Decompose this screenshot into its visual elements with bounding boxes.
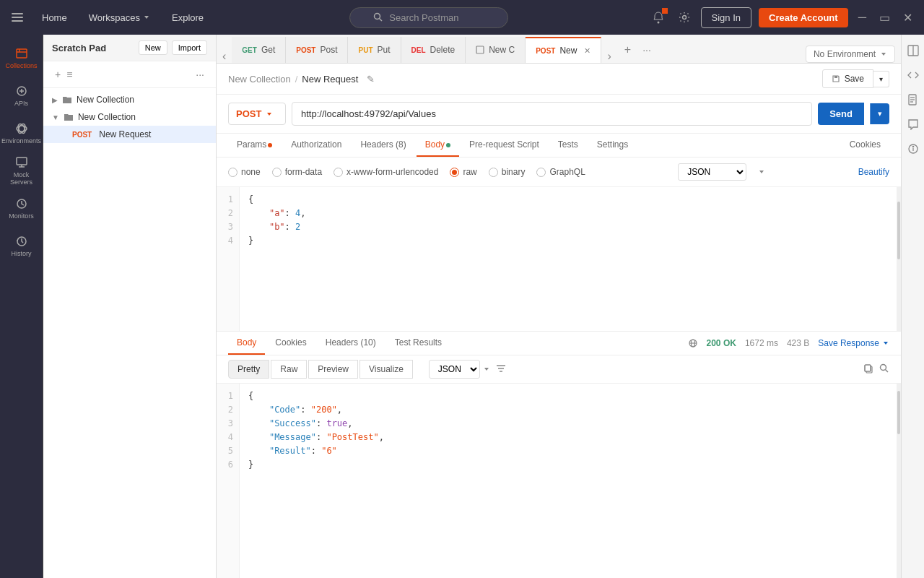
status-code: 200 OK [707, 338, 736, 348]
sign-in-button[interactable]: Sign In [701, 7, 751, 28]
collection-item-2[interactable]: ▼ New Collection [43, 108, 216, 126]
response-scroll-thumb[interactable] [897, 391, 900, 434]
request-scrollbar[interactable] [897, 187, 901, 331]
sidebar-item-history[interactable]: History [4, 228, 39, 263]
edit-request-name-button[interactable]: ✎ [362, 72, 379, 86]
svg-rect-1 [12, 17, 23, 18]
bell-icon[interactable] [649, 8, 668, 27]
radio-none[interactable]: none [228, 167, 261, 177]
resp-view-preview[interactable]: Preview [308, 360, 358, 379]
right-icon-comments[interactable] [903, 114, 923, 134]
breadcrumb-path: New Collection / New Request ✎ [228, 72, 379, 86]
request-scroll-thumb[interactable] [897, 202, 900, 259]
save-response-button[interactable]: Save Response [818, 338, 889, 348]
response-body-content[interactable]: 1 2 3 4 5 6 { "Code": "200", "Success": … [217, 384, 901, 578]
more-tabs-button[interactable]: ··· [638, 37, 655, 63]
nav-home[interactable]: Home [36, 9, 73, 26]
request-item-new-request[interactable]: POST New Request [43, 126, 216, 143]
req-tab-settings[interactable]: Settings [588, 134, 637, 157]
tab-close-icon[interactable]: ✕ [584, 46, 590, 56]
right-icon-docs[interactable] [903, 90, 923, 110]
maximize-button[interactable]: ▭ [876, 8, 893, 27]
import-button[interactable]: Import [172, 40, 207, 55]
environment-selector[interactable]: No Environment [806, 46, 895, 63]
tab-put[interactable]: PUT Put [348, 37, 401, 63]
search-input[interactable]: Search Postman [349, 7, 508, 28]
sidebar-item-mock-servers[interactable]: Mock Servers [4, 153, 39, 188]
response-code-content[interactable]: { "Code": "200", "Success": true, "Messa… [240, 384, 897, 578]
send-dropdown-button[interactable]: ▾ [870, 103, 889, 124]
tab-post[interactable]: POST Post [286, 37, 348, 63]
beautify-button[interactable]: Beautify [858, 167, 889, 177]
req-tab-pre-request[interactable]: Pre-request Script [461, 134, 548, 157]
req-tab-headers[interactable]: Headers (8) [352, 134, 414, 157]
url-input[interactable] [292, 102, 812, 126]
resp-search-icon[interactable] [879, 363, 889, 376]
body-format-selector[interactable]: JSON Text JavaScript HTML XML [678, 163, 746, 181]
svg-rect-0 [12, 13, 23, 14]
resp-tab-body[interactable]: Body [228, 332, 265, 355]
breadcrumb-collection: New Collection [228, 74, 291, 85]
search-bar-wrapper: Search Postman [217, 7, 642, 28]
req-tab-body[interactable]: Body [417, 134, 459, 157]
tabs-right-arrow[interactable]: › [601, 50, 616, 63]
tabs-left-arrow[interactable]: ‹ [217, 50, 232, 63]
chevron-right-icon: ▶ [52, 96, 58, 104]
nav-workspaces[interactable]: Workspaces [83, 9, 156, 26]
sidebar-item-collections[interactable]: Collections [4, 40, 39, 75]
send-button[interactable]: Send [818, 103, 864, 125]
resp-tab-test-results[interactable]: Test Results [386, 332, 450, 355]
response-scrollbar[interactable] [897, 384, 901, 578]
resp-right-actions [863, 363, 889, 376]
create-account-button[interactable]: Create Account [759, 8, 848, 27]
resp-copy-icon[interactable] [863, 363, 873, 376]
radio-graphql[interactable]: GraphQL [536, 167, 585, 177]
sidebar-item-apis[interactable]: APIs [4, 78, 39, 113]
close-button[interactable]: ✕ [900, 8, 915, 27]
tab-post-new[interactable]: POST New ✕ [526, 37, 601, 63]
more-options-button[interactable]: ··· [193, 67, 207, 82]
tab-method-put: PUT [358, 46, 372, 54]
new-button[interactable]: New [139, 40, 167, 55]
resp-view-pretty[interactable]: Pretty [228, 360, 269, 379]
req-tab-tests[interactable]: Tests [549, 134, 587, 157]
tab-get[interactable]: GET Get [232, 37, 286, 63]
radio-dot-binary [489, 168, 498, 177]
resp-view-visualize[interactable]: Visualize [359, 360, 413, 379]
request-body-editor[interactable]: 1 2 3 4 { "a": 4, "b": 2 } [217, 187, 901, 332]
request-body-content[interactable]: { "a": 4, "b": 2 } [240, 187, 897, 331]
menu-icon[interactable] [9, 9, 26, 26]
add-tab-button[interactable]: + [617, 37, 638, 63]
radio-form-data[interactable]: form-data [272, 167, 322, 177]
radio-urlencoded[interactable]: x-www-form-urlencoded [334, 167, 438, 177]
sort-button[interactable]: ≡ [64, 67, 75, 82]
method-selector[interactable]: POST [228, 103, 286, 125]
req-tab-authorization[interactable]: Authorization [282, 134, 350, 157]
collection-item-1[interactable]: ▶ New Collection [43, 91, 216, 108]
sidebar-item-monitors[interactable]: Monitors [4, 191, 39, 225]
req-tab-cookies[interactable]: Cookies [841, 134, 889, 157]
resp-format-selector[interactable]: JSON XML HTML Text [429, 360, 480, 379]
resp-tab-cookies[interactable]: Cookies [266, 332, 315, 355]
right-icon-layout[interactable] [903, 40, 923, 61]
radio-raw[interactable]: raw [450, 167, 476, 177]
url-bar: POST Send ▾ [217, 95, 901, 134]
tab-new-c[interactable]: New C [466, 37, 526, 63]
right-icon-code[interactable] [903, 65, 923, 85]
left-sidebar: Collections APIs Environments Mock Serve… [0, 35, 43, 578]
nav-explore[interactable]: Explore [166, 9, 209, 26]
save-button[interactable]: Save [822, 69, 873, 88]
resp-filter-icon[interactable] [496, 363, 506, 376]
resp-view-raw[interactable]: Raw [271, 360, 307, 379]
add-collection-button[interactable]: + [52, 67, 64, 82]
tab-delete[interactable]: DEL Delete [401, 37, 466, 63]
save-dropdown-button[interactable]: ▾ [873, 71, 889, 87]
radio-binary[interactable]: binary [489, 167, 526, 177]
settings-icon[interactable] [675, 8, 694, 27]
sidebar-item-environments[interactable]: Environments [4, 116, 39, 150]
resp-tab-headers[interactable]: Headers (10) [317, 332, 385, 355]
response-line-numbers: 1 2 3 4 5 6 [217, 384, 240, 578]
minimize-button[interactable]: ─ [855, 8, 869, 27]
req-tab-params[interactable]: Params [228, 134, 281, 157]
right-icon-info[interactable] [903, 139, 923, 159]
